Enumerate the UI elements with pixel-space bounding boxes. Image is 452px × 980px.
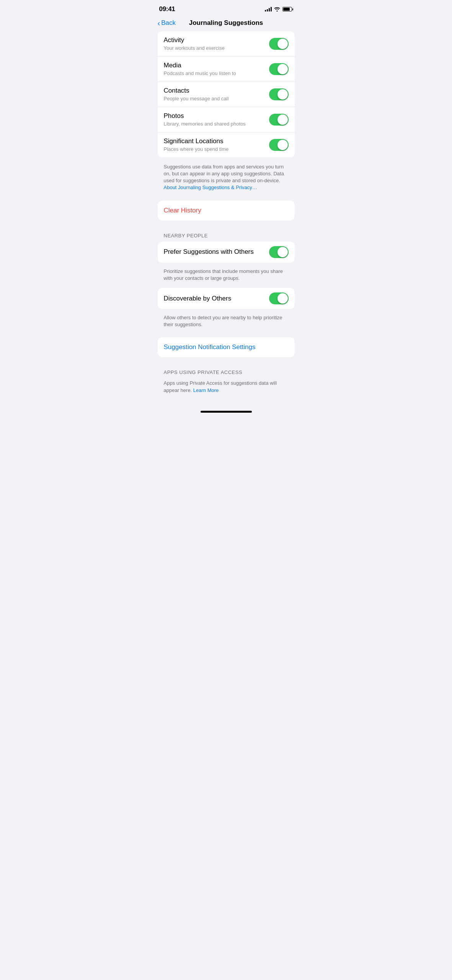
activity-toggle[interactable] xyxy=(269,38,289,50)
prefer-suggestions-card: Prefer Suggestions with Others xyxy=(158,242,295,263)
page-title: Journaling Suggestions xyxy=(189,19,263,27)
status-time: 09:41 xyxy=(159,5,175,13)
home-bar xyxy=(201,411,252,413)
photos-row: Photos Library, memories and shared phot… xyxy=(158,107,295,132)
nav-bar: ‹ Back Journaling Suggestions xyxy=(152,16,301,31)
activity-toggle-knob xyxy=(277,39,288,49)
learn-more-link[interactable]: Learn More xyxy=(193,387,219,393)
media-toggle[interactable] xyxy=(269,63,289,75)
prefer-suggestions-toggle-knob xyxy=(277,247,288,257)
nearby-people-header: NEARBY PEOPLE xyxy=(152,224,301,242)
prefer-suggestions-toggle[interactable] xyxy=(269,246,289,258)
discoverable-card: Discoverable by Others xyxy=(158,288,295,309)
prefer-suggestions-row: Prefer Suggestions with Others xyxy=(158,242,295,263)
discoverable-title: Discoverable by Others xyxy=(164,294,264,303)
main-content: Activity Your workouts and exercise Medi… xyxy=(152,31,301,415)
footer-link[interactable]: About Journaling Suggestions & Privacy… xyxy=(164,185,257,190)
back-chevron-icon: ‹ xyxy=(158,19,160,27)
media-subtitle: Podcasts and music you listen to xyxy=(164,70,264,77)
activity-subtitle: Your workouts and exercise xyxy=(164,45,264,52)
discoverable-toggle[interactable] xyxy=(269,292,289,304)
prefer-suggestions-title: Prefer Suggestions with Others xyxy=(164,248,264,256)
activity-text: Activity Your workouts and exercise xyxy=(164,36,269,52)
suggestions-footer: Suggestions use data from apps and servi… xyxy=(152,160,301,198)
status-icons xyxy=(265,7,293,11)
wifi-icon xyxy=(274,7,280,11)
apps-private-access-header: APPS USING PRIVATE ACCESS xyxy=(152,360,301,378)
prefer-suggestions-footer: Prioritize suggestions that include mome… xyxy=(152,266,301,288)
significant-locations-toggle[interactable] xyxy=(269,139,289,151)
media-text: Media Podcasts and music you listen to xyxy=(164,61,269,77)
signal-icon xyxy=(265,7,272,11)
discoverable-text: Discoverable by Others xyxy=(164,294,269,303)
photos-title: Photos xyxy=(164,112,264,120)
status-bar: 09:41 xyxy=(152,0,301,16)
significant-locations-toggle-knob xyxy=(277,140,288,150)
apps-private-access-footer: Apps using Private Access for suggestion… xyxy=(152,378,301,400)
media-row: Media Podcasts and music you listen to xyxy=(158,57,295,82)
notification-settings-label: Suggestion Notification Settings xyxy=(164,343,256,351)
media-toggle-knob xyxy=(277,64,288,74)
significant-locations-text: Significant Locations Places where you s… xyxy=(164,137,269,153)
discoverable-note: Allow others to detect you are nearby to… xyxy=(164,315,282,327)
media-title: Media xyxy=(164,61,264,70)
back-button[interactable]: ‹ Back xyxy=(158,19,176,27)
discoverable-toggle-knob xyxy=(277,293,288,304)
significant-locations-row: Significant Locations Places where you s… xyxy=(158,132,295,157)
contacts-title: Contacts xyxy=(164,87,264,95)
significant-locations-title: Significant Locations xyxy=(164,137,264,145)
clear-history-label: Clear History xyxy=(164,207,201,214)
clear-history-button[interactable]: Clear History xyxy=(158,201,295,220)
significant-locations-subtitle: Places where you spend time xyxy=(164,146,264,153)
back-label: Back xyxy=(161,19,176,27)
notification-settings-button[interactable]: Suggestion Notification Settings xyxy=(158,337,295,357)
prefer-suggestions-text: Prefer Suggestions with Others xyxy=(164,248,269,256)
contacts-toggle-knob xyxy=(277,89,288,100)
contacts-toggle[interactable] xyxy=(269,88,289,100)
photos-text: Photos Library, memories and shared phot… xyxy=(164,112,269,127)
activity-title: Activity xyxy=(164,36,264,44)
contacts-text: Contacts People you message and call xyxy=(164,87,269,102)
footer-note: Suggestions use data from apps and servi… xyxy=(164,164,284,183)
battery-icon xyxy=(282,7,293,11)
suggestions-card: Activity Your workouts and exercise Medi… xyxy=(158,31,295,157)
discoverable-row: Discoverable by Others xyxy=(158,288,295,309)
photos-toggle[interactable] xyxy=(269,114,289,126)
photos-subtitle: Library, memories and shared photos xyxy=(164,121,264,127)
contacts-row: Contacts People you message and call xyxy=(158,82,295,107)
discoverable-footer: Allow others to detect you are nearby to… xyxy=(152,312,301,334)
contacts-subtitle: People you message and call xyxy=(164,96,264,102)
home-indicator xyxy=(152,408,301,415)
activity-row: Activity Your workouts and exercise xyxy=(158,31,295,57)
apps-private-access-note: Apps using Private Access for suggestion… xyxy=(164,380,277,393)
prefer-suggestions-note: Prioritize suggestions that include mome… xyxy=(164,268,283,281)
photos-toggle-knob xyxy=(277,114,288,125)
